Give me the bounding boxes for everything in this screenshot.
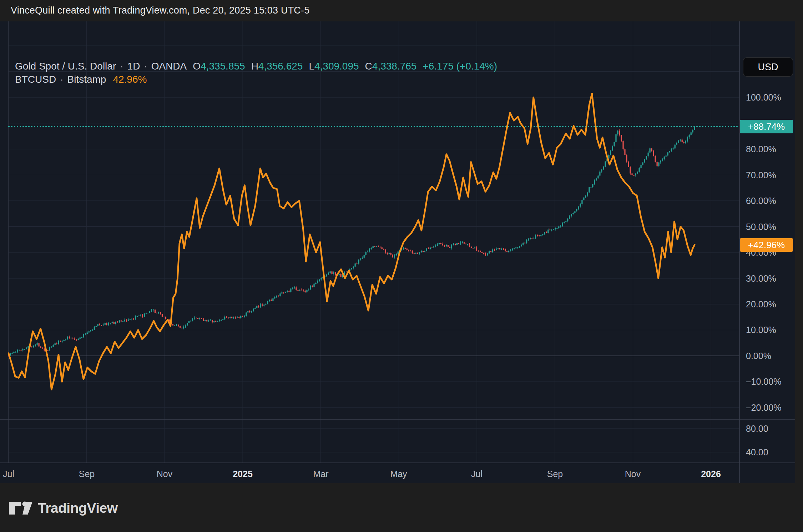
separator-dot: · bbox=[120, 61, 123, 72]
gold-symbol-title: Gold Spot / U.S. Dollar bbox=[15, 61, 116, 72]
separator-dot: · bbox=[144, 61, 147, 72]
price-tick-label: 0.00% bbox=[746, 351, 771, 360]
header-attribution: VinceQuill created with TradingView.com,… bbox=[11, 5, 309, 16]
time-tick-label: Nov bbox=[625, 469, 641, 479]
time-tick-label: Mar bbox=[313, 469, 328, 479]
tradingview-logo-icon bbox=[9, 501, 32, 515]
legend-row-btc[interactable]: BTCUSD · Bitstamp 42.96% bbox=[15, 74, 497, 87]
gold-open-pair: O4,335.855 bbox=[193, 61, 245, 72]
time-tick-label: Sep bbox=[547, 469, 563, 479]
chart-legend: Gold Spot / U.S. Dollar · 1D · OANDA O4,… bbox=[15, 61, 497, 87]
price-tick-label: 10.00% bbox=[746, 325, 776, 334]
low-label: L bbox=[309, 61, 314, 72]
snapshot-frame: VinceQuill created with TradingView.com,… bbox=[0, 0, 803, 532]
gold-high-pair: H4,356.625 bbox=[251, 61, 303, 72]
time-tick-label: Jul bbox=[3, 469, 14, 479]
usd-button-label: USD bbox=[758, 62, 778, 72]
volume-tick-label: 80.00 bbox=[746, 424, 768, 433]
btc-change-percent: 42.96% bbox=[113, 74, 147, 85]
time-tick-label: May bbox=[390, 469, 407, 479]
price-tick-label: 60.00% bbox=[746, 196, 776, 205]
gold-change: +6.175 (+0.14%) bbox=[423, 61, 497, 72]
gold-price-badge: +88.74% bbox=[740, 120, 793, 133]
btc-line-series bbox=[9, 93, 695, 389]
high-label: H bbox=[251, 61, 258, 72]
close-label: C bbox=[365, 61, 372, 72]
price-tick-label: 20.00% bbox=[746, 300, 776, 309]
btc-exchange: Bitstamp bbox=[67, 74, 106, 85]
gold-candles-series bbox=[8, 126, 695, 357]
gold-close-pair: C4,338.765 bbox=[365, 61, 417, 72]
price-axis[interactable]: USD +88.74% +42.96% 100.00%80.00%70.00%6… bbox=[739, 21, 795, 483]
time-tick-label: 2025 bbox=[233, 469, 253, 479]
close-value: 4,338.765 bbox=[372, 61, 417, 72]
gold-low-pair: L4,309.095 bbox=[309, 61, 359, 72]
open-value: 4,335.855 bbox=[201, 61, 245, 72]
price-tick-label: −10.00% bbox=[746, 377, 781, 386]
gold-interval: 1D bbox=[127, 61, 140, 72]
high-value: 4,356.625 bbox=[258, 61, 303, 72]
separator-dot: · bbox=[60, 74, 63, 85]
tradingview-wordmark: TradingView bbox=[38, 500, 118, 516]
low-value: 4,309.095 bbox=[314, 61, 359, 72]
open-label: O bbox=[193, 61, 201, 72]
plot-svg bbox=[0, 21, 795, 483]
price-tick-label: 80.00% bbox=[746, 144, 776, 154]
time-tick-label: Nov bbox=[157, 469, 172, 479]
volume-tick-label: 40.00 bbox=[746, 447, 768, 457]
time-tick-label: 2026 bbox=[701, 469, 721, 479]
price-tick-label: 100.00% bbox=[746, 93, 781, 102]
grid-lines bbox=[9, 21, 739, 463]
time-axis[interactable]: JulSepNov2025MarMayJulSepNov2026 bbox=[0, 463, 795, 483]
footer-bar: TradingView bbox=[0, 483, 803, 532]
btc-symbol-title: BTCUSD bbox=[15, 74, 56, 85]
time-tick-label: Sep bbox=[79, 469, 95, 479]
header-bar: VinceQuill created with TradingView.com,… bbox=[0, 0, 803, 21]
time-tick-label: Jul bbox=[471, 469, 483, 479]
price-tick-label: −20.00% bbox=[746, 403, 781, 412]
btc-price-badge: +42.96% bbox=[740, 238, 793, 252]
tradingview-logo[interactable]: TradingView bbox=[9, 500, 118, 516]
price-tick-label: 70.00% bbox=[746, 170, 776, 180]
gold-exchange: OANDA bbox=[151, 61, 187, 72]
chart-canvas[interactable]: Gold Spot / U.S. Dollar · 1D · OANDA O4,… bbox=[0, 21, 795, 483]
legend-row-gold[interactable]: Gold Spot / U.S. Dollar · 1D · OANDA O4,… bbox=[15, 61, 497, 74]
price-tick-label: 50.00% bbox=[746, 222, 776, 231]
usd-button[interactable]: USD bbox=[743, 57, 793, 77]
price-tick-label: 30.00% bbox=[746, 274, 776, 283]
